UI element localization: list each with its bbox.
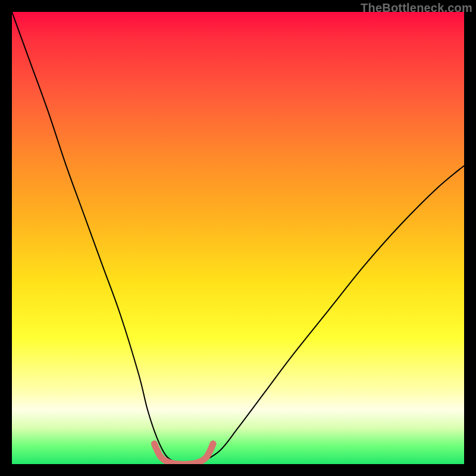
optimal-range-marker [154, 444, 213, 464]
chart-frame: TheBottleneck.com [0, 0, 476, 476]
bottleneck-curve [12, 12, 464, 464]
plot-area [12, 12, 464, 464]
curve-layer [12, 12, 464, 464]
